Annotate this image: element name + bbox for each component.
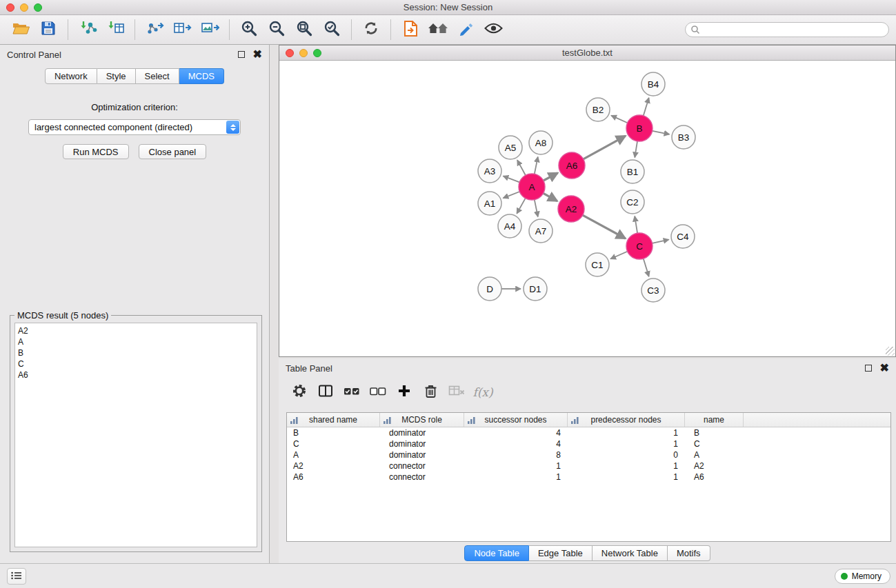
annotate-button[interactable] [452, 17, 479, 42]
graph-edge-A-A1[interactable] [504, 192, 520, 198]
import-table-button[interactable] [101, 17, 129, 42]
graph-edge-B-B3[interactable] [653, 131, 670, 134]
graph-edge-C-C1[interactable] [610, 252, 627, 259]
zoom-in-button[interactable] [235, 17, 263, 42]
list-item[interactable]: C [18, 358, 257, 369]
table-row[interactable]: A dominator 8 0 A [287, 449, 890, 460]
deselect-all-button[interactable] [367, 382, 389, 403]
graph-node-D1[interactable]: D1 [524, 277, 547, 301]
refresh-button[interactable] [357, 17, 385, 42]
column-header-shared-name[interactable]: shared name [287, 413, 380, 427]
graph-edge-A-A8[interactable] [535, 157, 538, 174]
graph-edge-A6-B[interactable] [584, 136, 626, 159]
import-network-button[interactable] [74, 17, 101, 42]
graph-edge-A-A4[interactable] [517, 199, 525, 214]
float-table-panel-icon[interactable] [865, 365, 872, 372]
open-session-button[interactable] [7, 17, 34, 42]
graph-edge-B-B1[interactable] [635, 141, 637, 158]
graph-node-A7[interactable]: A7 [529, 219, 552, 243]
table-row[interactable]: A2 connector 1 1 A2 [287, 460, 890, 472]
delete-table-button[interactable] [446, 382, 468, 403]
tab-node-table[interactable]: Node Table [464, 545, 529, 561]
tab-edge-table[interactable]: Edge Table [529, 545, 593, 561]
graph-node-A8[interactable]: A8 [529, 131, 552, 154]
graph-node-B2[interactable]: B2 [586, 98, 610, 121]
graph-node-D[interactable]: D [478, 277, 501, 301]
tab-motifs[interactable]: Motifs [668, 545, 710, 561]
zoom-out-button[interactable] [263, 17, 290, 42]
column-chooser-button[interactable] [315, 382, 337, 403]
column-header-name[interactable]: name [685, 413, 744, 427]
table-row[interactable]: C dominator 4 1 C [287, 438, 890, 449]
zoom-fit-button[interactable] [290, 17, 318, 42]
table-settings-button[interactable] [288, 382, 310, 403]
network-canvas[interactable]: B4B2BB3A5A8A6B1A3AC2A1A2A4A7C4CC1C3DD1 [279, 61, 895, 356]
graph-edge-B-B4[interactable] [644, 98, 649, 116]
graph-node-B4[interactable]: B4 [641, 72, 665, 96]
run-mcds-button[interactable]: Run MCDS [63, 144, 129, 159]
network-graph[interactable]: B4B2BB3A5A8A6B1A3AC2A1A2A4A7C4CC1C3DD1 [279, 61, 895, 356]
graph-edge-B-B2[interactable] [611, 116, 628, 123]
resize-grip[interactable] [886, 347, 895, 356]
graph-edge-A2-C[interactable] [583, 215, 626, 239]
tab-mcds[interactable]: MCDS [179, 68, 224, 84]
tab-select[interactable]: Select [136, 68, 179, 84]
graph-node-C4[interactable]: C4 [671, 225, 695, 248]
graph-edge-A-A6[interactable] [544, 173, 558, 181]
list-item[interactable]: A2 [18, 325, 257, 336]
graph-node-A2[interactable]: A2 [558, 196, 584, 222]
graph-edge-A-A2[interactable] [544, 193, 557, 201]
criterion-dropdown[interactable]: largest connected component (directed) [28, 119, 241, 135]
graph-node-B3[interactable]: B3 [672, 125, 695, 149]
select-all-button[interactable] [341, 382, 363, 403]
network-window-titlebar[interactable]: testGlobe.txt [279, 45, 895, 61]
column-header-successor-nodes[interactable]: successor nodes [464, 413, 568, 427]
save-session-button[interactable] [34, 17, 62, 42]
search-input[interactable] [685, 22, 889, 37]
graph-edge-A-A7[interactable] [535, 200, 538, 217]
column-header-predecessor-nodes[interactable]: predecessor nodes [568, 413, 685, 427]
memory-button[interactable]: Memory [835, 569, 890, 584]
list-item[interactable]: B [18, 347, 257, 358]
column-header-mcds-role[interactable]: MCDS role [380, 413, 464, 427]
graph-node-A3[interactable]: A3 [478, 159, 501, 183]
export-table-button[interactable] [168, 17, 196, 42]
graph-edge-C-C4[interactable] [653, 240, 669, 243]
tab-style[interactable]: Style [97, 68, 136, 84]
list-item[interactable]: A [18, 336, 257, 347]
show-hide-graphics-button[interactable] [479, 17, 507, 42]
graph-edge-C-C2[interactable] [635, 216, 637, 234]
graph-node-C1[interactable]: C1 [586, 253, 609, 276]
graph-node-A5[interactable]: A5 [499, 136, 522, 159]
node-table[interactable]: shared name MCDS role successor nodes pr… [286, 412, 891, 542]
graph-node-A1[interactable]: A1 [478, 192, 501, 215]
close-panel-button[interactable]: Close panel [139, 144, 207, 159]
graph-node-A4[interactable]: A4 [498, 214, 521, 238]
close-panel-icon[interactable]: ✖ [253, 51, 262, 58]
graph-edge-A-A5[interactable] [517, 160, 526, 175]
add-row-button[interactable] [393, 382, 415, 403]
tab-network[interactable]: Network [45, 68, 97, 84]
float-panel-icon[interactable] [238, 51, 245, 58]
delete-row-button[interactable] [419, 382, 441, 403]
open-document-button[interactable] [397, 17, 424, 42]
tab-network-table[interactable]: Network Table [593, 545, 668, 561]
graph-node-A6[interactable]: A6 [559, 152, 585, 179]
list-item[interactable]: A6 [18, 369, 257, 381]
function-builder-button[interactable]: f(x) [472, 382, 494, 403]
task-history-button[interactable] [7, 568, 26, 585]
graph-node-B[interactable]: B [626, 115, 653, 141]
export-network-button[interactable] [141, 17, 168, 42]
table-row[interactable]: B dominator 4 1 B [287, 427, 890, 438]
export-image-button[interactable] [196, 17, 223, 42]
graph-node-C3[interactable]: C3 [641, 278, 665, 302]
graph-node-A[interactable]: A [519, 174, 545, 200]
close-table-panel-icon[interactable]: ✖ [880, 365, 889, 372]
mcds-result-list[interactable]: A2 A B C A6 [14, 323, 257, 547]
graph-node-B1[interactable]: B1 [621, 160, 644, 183]
graph-edge-A-A3[interactable] [504, 176, 520, 182]
graph-node-C2[interactable]: C2 [621, 190, 644, 214]
graph-node-C[interactable]: C [626, 233, 653, 259]
graph-edge-C-C3[interactable] [644, 258, 649, 276]
table-row[interactable]: A6 connector 1 1 A6 [287, 472, 890, 483]
